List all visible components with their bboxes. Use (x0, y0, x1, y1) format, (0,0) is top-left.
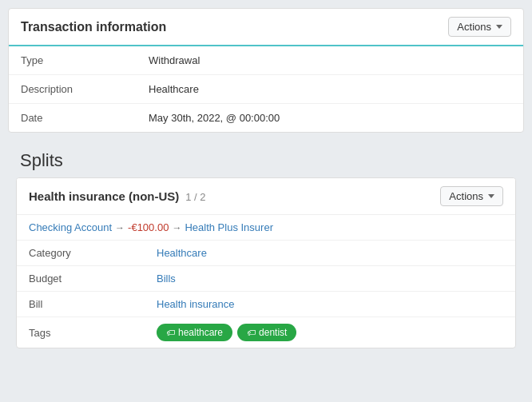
split-label-tags: Tags (29, 327, 157, 339)
split-label-bill: Bill (29, 298, 157, 310)
transaction-label-description: Description (21, 83, 149, 95)
tags-container: 🏷 healthcare 🏷 dentist (157, 324, 296, 341)
tag-dentist: 🏷 dentist (237, 324, 296, 341)
transaction-card-body: Type Withdrawal Description Healthcare D… (9, 46, 523, 132)
tag-label-healthcare: healthcare (178, 327, 223, 338)
split-value-category[interactable]: Healthcare (157, 247, 207, 259)
split-row-bill: Bill Health insurance (17, 292, 515, 317)
tag-icon-healthcare: 🏷 (166, 328, 175, 337)
split-flow: Checking Account → -€100.00 → Health Plu… (17, 215, 515, 241)
split-card-1-title: Health insurance (non-US) (29, 189, 179, 203)
tag-label-dentist: dentist (259, 327, 287, 338)
transaction-card-header: Transaction information Actions (9, 9, 523, 46)
split-card-1-counter: 1 / 2 (185, 191, 205, 203)
split-flow-amount-link[interactable]: -€100.00 (128, 221, 169, 233)
split-flow-from-link[interactable]: Checking Account (29, 221, 112, 233)
tag-icon-dentist: 🏷 (247, 328, 256, 337)
transaction-row-description: Description Healthcare (9, 75, 523, 104)
tag-healthcare: 🏷 healthcare (157, 324, 232, 341)
split-card-1-header: Health insurance (non-US) 1 / 2 Actions (17, 178, 515, 215)
split-value-bill[interactable]: Health insurance (157, 298, 235, 310)
split-value-budget[interactable]: Bills (157, 273, 176, 285)
transaction-card: Transaction information Actions Type Wit… (8, 8, 524, 133)
split-row-category: Category Healthcare (17, 241, 515, 266)
transaction-row-date: Date May 30th, 2022, @ 00:00:00 (9, 104, 523, 132)
split-row-budget: Budget Bills (17, 266, 515, 292)
split-flow-arrow2: → (172, 222, 181, 233)
splits-section: Splits Health insurance (non-US) 1 / 2 A… (8, 141, 524, 348)
split-label-budget: Budget (29, 273, 157, 285)
splits-title: Splits (16, 141, 516, 177)
split-card-1-title-container: Health insurance (non-US) 1 / 2 (29, 189, 206, 203)
transaction-value-date: May 30th, 2022, @ 00:00:00 (149, 112, 280, 124)
chevron-down-icon (496, 25, 502, 29)
transaction-value-type: Withdrawal (149, 54, 200, 66)
transaction-label-date: Date (21, 112, 149, 124)
page-container: Transaction information Actions Type Wit… (0, 0, 532, 356)
chevron-down-icon-split (488, 194, 494, 198)
transaction-title: Transaction information (21, 20, 166, 34)
split-actions-button[interactable]: Actions (440, 186, 503, 206)
split-flow-to-link[interactable]: Health Plus Insurer (185, 221, 273, 233)
split-label-category: Category (29, 247, 157, 259)
split-row-tags: Tags 🏷 healthcare 🏷 dentist (17, 317, 515, 348)
transaction-actions-button[interactable]: Actions (448, 17, 511, 37)
transaction-actions-label: Actions (457, 21, 491, 33)
split-flow-arrow1: → (115, 222, 125, 233)
split-card-1: Health insurance (non-US) 1 / 2 Actions … (16, 177, 516, 348)
transaction-value-description: Healthcare (149, 83, 199, 95)
transaction-label-type: Type (21, 54, 149, 66)
transaction-row-type: Type Withdrawal (9, 46, 523, 75)
split-actions-label: Actions (449, 190, 483, 202)
